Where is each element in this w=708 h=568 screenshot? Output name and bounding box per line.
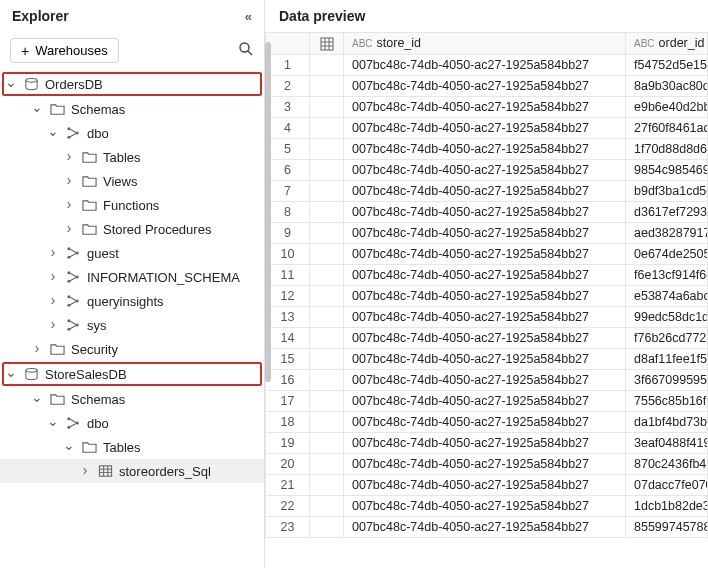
table-row[interactable]: 21007bc48c-74db-4050-ac27-1925a584bb2707… bbox=[266, 474, 708, 495]
column-header-store-id[interactable]: ABCstore_id bbox=[344, 33, 626, 55]
preview-scrollbar[interactable] bbox=[265, 42, 271, 382]
row-number: 2 bbox=[266, 75, 310, 96]
row-number: 7 bbox=[266, 180, 310, 201]
table-row[interactable]: 10007bc48c-74db-4050-ac27-1925a584bb270e… bbox=[266, 243, 708, 264]
tree-item-label: dbo bbox=[87, 416, 109, 431]
tree-item-storesales-schemas[interactable]: Schemas bbox=[0, 387, 264, 411]
table-row[interactable]: 17007bc48c-74db-4050-ac27-1925a584bb2775… bbox=[266, 390, 708, 411]
cell-store-id: 007bc48c-74db-4050-ac27-1925a584bb27 bbox=[344, 96, 626, 117]
cell-store-id: 007bc48c-74db-4050-ac27-1925a584bb27 bbox=[344, 453, 626, 474]
db-icon bbox=[24, 367, 39, 382]
chevron-right-icon[interactable] bbox=[62, 221, 76, 237]
table-row[interactable]: 4007bc48c-74db-4050-ac27-1925a584bb2727f… bbox=[266, 117, 708, 138]
tree-item-storesalesdb[interactable]: StoreSalesDB bbox=[2, 362, 262, 386]
cell-store-id: 007bc48c-74db-4050-ac27-1925a584bb27 bbox=[344, 348, 626, 369]
collapse-panel-icon[interactable]: « bbox=[245, 9, 252, 24]
table-row[interactable]: 16007bc48c-74db-4050-ac27-1925a584bb273f… bbox=[266, 369, 708, 390]
cell-store-id: 007bc48c-74db-4050-ac27-1925a584bb27 bbox=[344, 75, 626, 96]
table-row[interactable]: 8007bc48c-74db-4050-ac27-1925a584bb27d36… bbox=[266, 201, 708, 222]
table-row[interactable]: 11007bc48c-74db-4050-ac27-1925a584bb27f6… bbox=[266, 264, 708, 285]
cell-order-id: 3f6670995954b34c bbox=[626, 369, 708, 390]
tree-item-ordersdb-dbo[interactable]: dbo bbox=[0, 121, 264, 145]
row-number: 20 bbox=[266, 453, 310, 474]
row-number: 12 bbox=[266, 285, 310, 306]
table-row[interactable]: 3007bc48c-74db-4050-ac27-1925a584bb27e9b… bbox=[266, 96, 708, 117]
table-row[interactable]: 18007bc48c-74db-4050-ac27-1925a584bb27da… bbox=[266, 411, 708, 432]
tree-item-ordersdb-queryinsights[interactable]: queryinsights bbox=[0, 289, 264, 313]
table-row[interactable]: 9007bc48c-74db-4050-ac27-1925a584bb27aed… bbox=[266, 222, 708, 243]
tree-item-ordersdb-tables[interactable]: Tables bbox=[0, 145, 264, 169]
row-number: 1 bbox=[266, 54, 310, 75]
tree-item-ordersdb-sys[interactable]: sys bbox=[0, 313, 264, 337]
column-header-order-id[interactable]: ABCorder_id bbox=[626, 33, 708, 55]
data-grid[interactable]: ABCstore_id ABCorder_id 1007bc48c-74db-4… bbox=[265, 32, 708, 568]
tree-item-ordersdb-sprocs[interactable]: Stored Procedures bbox=[0, 217, 264, 241]
row-indicator bbox=[310, 54, 344, 75]
chevron-right-icon[interactable] bbox=[46, 245, 60, 261]
chevron-right-icon[interactable] bbox=[30, 341, 44, 357]
tree-item-ordersdb-security[interactable]: Security bbox=[0, 337, 264, 361]
table-row[interactable]: 2007bc48c-74db-4050-ac27-1925a584bb278a9… bbox=[266, 75, 708, 96]
tree-item-storesales-tables[interactable]: Tables bbox=[0, 435, 264, 459]
row-number: 16 bbox=[266, 369, 310, 390]
search-button[interactable] bbox=[238, 41, 254, 60]
column-label: order_id bbox=[659, 36, 705, 50]
chevron-down-icon[interactable] bbox=[46, 415, 60, 431]
cell-store-id: 007bc48c-74db-4050-ac27-1925a584bb27 bbox=[344, 306, 626, 327]
chevron-down-icon[interactable] bbox=[62, 439, 76, 455]
row-indicator bbox=[310, 159, 344, 180]
chevron-right-icon[interactable] bbox=[46, 293, 60, 309]
tree-item-storesales-storeorders[interactable]: storeorders_Sql bbox=[0, 459, 264, 483]
table-row[interactable]: 15007bc48c-74db-4050-ac27-1925a584bb27d8… bbox=[266, 348, 708, 369]
cell-store-id: 007bc48c-74db-4050-ac27-1925a584bb27 bbox=[344, 264, 626, 285]
table-row[interactable]: 7007bc48c-74db-4050-ac27-1925a584bb27b9d… bbox=[266, 180, 708, 201]
table-row[interactable]: 23007bc48c-74db-4050-ac27-1925a584bb2785… bbox=[266, 516, 708, 537]
chevron-right-icon[interactable] bbox=[46, 317, 60, 333]
row-indicator bbox=[310, 75, 344, 96]
table-row[interactable]: 6007bc48c-74db-4050-ac27-1925a584bb27985… bbox=[266, 159, 708, 180]
folder-icon bbox=[82, 174, 97, 189]
cell-order-id: 99edc58dc1d02b11 bbox=[626, 306, 708, 327]
table-row[interactable]: 14007bc48c-74db-4050-ac27-1925a584bb27f7… bbox=[266, 327, 708, 348]
chevron-right-icon[interactable] bbox=[46, 269, 60, 285]
tree-item-ordersdb-infoschema[interactable]: INFORMATION_SCHEMA bbox=[0, 265, 264, 289]
schema-icon bbox=[66, 246, 81, 261]
row-number: 15 bbox=[266, 348, 310, 369]
chevron-right-icon[interactable] bbox=[78, 463, 92, 479]
row-number: 22 bbox=[266, 495, 310, 516]
tree-item-ordersdb-views[interactable]: Views bbox=[0, 169, 264, 193]
chevron-right-icon[interactable] bbox=[62, 149, 76, 165]
explorer-title: Explorer bbox=[12, 8, 69, 24]
table-row[interactable]: 5007bc48c-74db-4050-ac27-1925a584bb271f7… bbox=[266, 138, 708, 159]
cell-store-id: 007bc48c-74db-4050-ac27-1925a584bb27 bbox=[344, 390, 626, 411]
table-row[interactable]: 19007bc48c-74db-4050-ac27-1925a584bb273e… bbox=[266, 432, 708, 453]
table-row[interactable]: 22007bc48c-74db-4050-ac27-1925a584bb271d… bbox=[266, 495, 708, 516]
cell-order-id: 0e674de2505ddeb bbox=[626, 243, 708, 264]
warehouse-button-label: Warehouses bbox=[35, 43, 108, 58]
tree-item-ordersdb-schemas[interactable]: Schemas bbox=[0, 97, 264, 121]
chevron-down-icon[interactable] bbox=[30, 391, 44, 407]
chevron-right-icon[interactable] bbox=[62, 173, 76, 189]
cell-store-id: 007bc48c-74db-4050-ac27-1925a584bb27 bbox=[344, 222, 626, 243]
chevron-down-icon[interactable] bbox=[4, 366, 18, 382]
tree-item-ordersdb[interactable]: OrdersDB bbox=[2, 72, 262, 96]
chevron-down-icon[interactable] bbox=[30, 101, 44, 117]
chevron-down-icon[interactable] bbox=[46, 125, 60, 141]
table-row[interactable]: 12007bc48c-74db-4050-ac27-1925a584bb27e5… bbox=[266, 285, 708, 306]
table-row[interactable]: 1007bc48c-74db-4050-ac27-1925a584bb27f54… bbox=[266, 54, 708, 75]
table-row[interactable]: 13007bc48c-74db-4050-ac27-1925a584bb2799… bbox=[266, 306, 708, 327]
folder-icon bbox=[82, 222, 97, 237]
chevron-down-icon[interactable] bbox=[4, 76, 18, 92]
tree-item-ordersdb-guest[interactable]: guest bbox=[0, 241, 264, 265]
table-row[interactable]: 20007bc48c-74db-4050-ac27-1925a584bb2787… bbox=[266, 453, 708, 474]
add-warehouse-button[interactable]: + Warehouses bbox=[10, 38, 119, 63]
row-indicator bbox=[310, 138, 344, 159]
cell-order-id: f76b26cd77226ba5 bbox=[626, 327, 708, 348]
cell-store-id: 007bc48c-74db-4050-ac27-1925a584bb27 bbox=[344, 159, 626, 180]
tree-item-label: Tables bbox=[103, 440, 141, 455]
tree-item-ordersdb-functions[interactable]: Functions bbox=[0, 193, 264, 217]
row-indicator bbox=[310, 285, 344, 306]
tree-item-storesales-dbo[interactable]: dbo bbox=[0, 411, 264, 435]
row-number: 21 bbox=[266, 474, 310, 495]
chevron-right-icon[interactable] bbox=[62, 197, 76, 213]
